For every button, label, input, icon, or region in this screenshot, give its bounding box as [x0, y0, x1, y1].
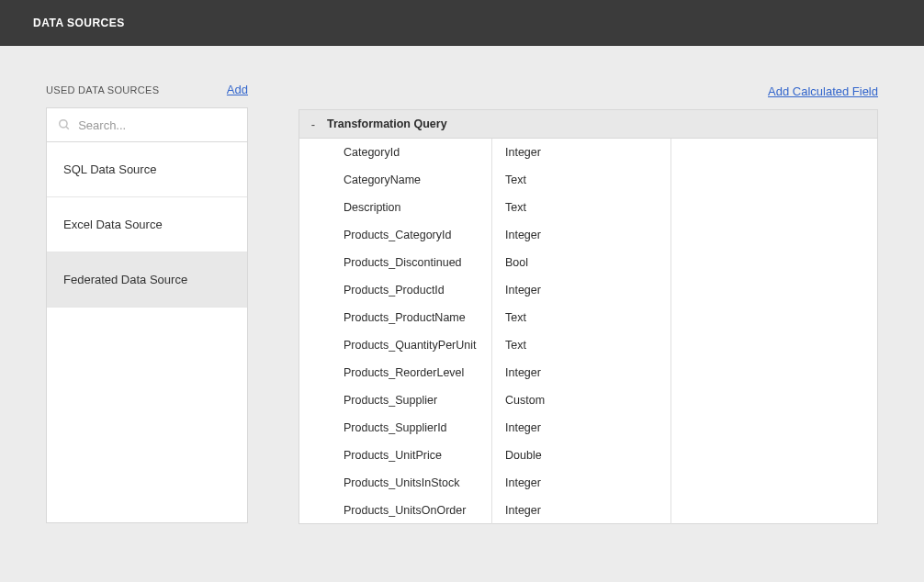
field-type: Integer: [492, 497, 671, 524]
field-row[interactable]: Products_ProductIdInteger: [299, 276, 877, 304]
sidebar: USED DATA SOURCES Add SQL Data SourceExc…: [46, 83, 248, 524]
field-name: Products_ProductId: [299, 276, 492, 304]
query-header-row: - Transformation Query: [299, 109, 878, 139]
field-type: Integer: [492, 221, 671, 249]
source-item[interactable]: SQL Data Source: [47, 142, 247, 197]
main-header: Add Calculated Field: [299, 83, 878, 98]
field-name: CategoryName: [299, 166, 492, 194]
svg-line-1: [66, 127, 69, 129]
field-row[interactable]: Products_UnitsInStockInteger: [299, 469, 877, 497]
field-name: Products_Supplier: [299, 386, 492, 414]
sidebar-title: USED DATA SOURCES: [46, 84, 159, 95]
search-box[interactable]: [46, 107, 248, 142]
source-list: SQL Data SourceExcel Data SourceFederate…: [46, 142, 248, 523]
field-type: Text: [492, 166, 671, 194]
field-row[interactable]: Products_SupplierIdInteger: [299, 414, 877, 442]
add-calculated-field-link[interactable]: Add Calculated Field: [768, 84, 878, 98]
field-name: Products_UnitsOnOrder: [299, 497, 492, 524]
field-row[interactable]: Products_UnitPriceDouble: [299, 442, 877, 469]
field-type: Bool: [492, 249, 671, 276]
field-row[interactable]: Products_CategoryIdInteger: [299, 221, 877, 249]
field-name: Products_ProductName: [299, 304, 492, 331]
main-panel: Add Calculated Field - Transformation Qu…: [299, 83, 878, 524]
field-list: CategoryIdIntegerCategoryNameTextDescrip…: [299, 139, 878, 524]
collapse-toggle[interactable]: -: [299, 118, 327, 131]
field-row[interactable]: Products_SupplierCustom: [299, 386, 877, 414]
svg-point-0: [60, 120, 67, 128]
field-name: Products_UnitPrice: [299, 442, 492, 469]
field-name: Products_CategoryId: [299, 221, 492, 249]
field-type: Integer: [492, 414, 671, 442]
field-type: Double: [492, 442, 671, 469]
query-table: - Transformation Query CategoryIdInteger…: [299, 109, 878, 524]
field-name: Products_SupplierId: [299, 414, 492, 442]
field-type: Text: [492, 194, 671, 221]
field-name: Description: [299, 194, 492, 221]
field-row[interactable]: CategoryIdInteger: [299, 139, 877, 166]
field-row[interactable]: Products_ProductNameText: [299, 304, 877, 331]
sidebar-header: USED DATA SOURCES Add: [46, 83, 248, 96]
field-name: Products_Discontinued: [299, 249, 492, 276]
field-row[interactable]: CategoryNameText: [299, 166, 877, 194]
source-item[interactable]: Excel Data Source: [47, 197, 247, 252]
field-row[interactable]: Products_QuantityPerUnitText: [299, 331, 877, 359]
search-icon: [58, 118, 71, 132]
field-type: Text: [492, 331, 671, 359]
field-row[interactable]: Products_UnitsOnOrderInteger: [299, 497, 877, 524]
source-item[interactable]: Federated Data Source: [47, 252, 247, 308]
field-name: Products_QuantityPerUnit: [299, 331, 492, 359]
field-name: Products_ReorderLevel: [299, 359, 492, 386]
field-type: Custom: [492, 386, 671, 414]
field-row[interactable]: Products_ReorderLevelInteger: [299, 359, 877, 386]
field-name: Products_UnitsInStock: [299, 469, 492, 497]
field-name: CategoryId: [299, 139, 492, 166]
page-title: DATA SOURCES: [33, 17, 125, 29]
page-header: DATA SOURCES: [0, 0, 924, 46]
add-source-link[interactable]: Add: [227, 83, 248, 96]
field-type: Integer: [492, 139, 671, 166]
field-type: Integer: [492, 276, 671, 304]
field-type: Integer: [492, 359, 671, 386]
content-area: USED DATA SOURCES Add SQL Data SourceExc…: [0, 46, 924, 552]
field-row[interactable]: DescriptionText: [299, 194, 877, 221]
search-input[interactable]: [78, 118, 236, 132]
query-title: Transformation Query: [327, 118, 447, 130]
field-type: Integer: [492, 469, 671, 497]
field-row[interactable]: Products_DiscontinuedBool: [299, 249, 877, 276]
field-type: Text: [492, 304, 671, 331]
